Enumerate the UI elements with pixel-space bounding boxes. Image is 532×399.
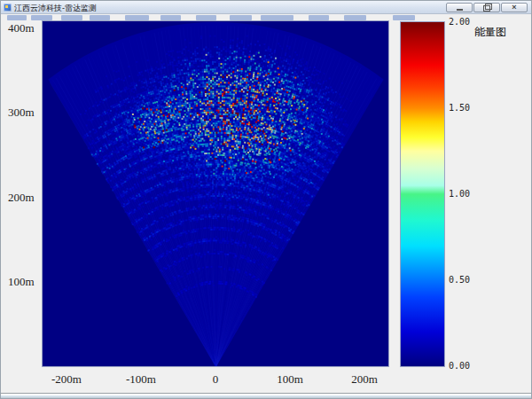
colorbar-title: 能量图 <box>474 25 506 40</box>
close-icon: × <box>512 4 516 12</box>
colorbar-tick-label: 0.00 <box>449 361 488 371</box>
colorbar-tick-label: 2.00 <box>449 17 488 27</box>
title-bar[interactable]: 江西云沛科技-雷达监测 × <box>1 1 531 14</box>
y-axis-tick-label: 300m <box>8 106 40 120</box>
colorbar-tick-label: 1.00 <box>449 189 488 199</box>
radar-energy-heatmap <box>43 21 388 366</box>
restore-button[interactable] <box>473 3 500 12</box>
radar-plot <box>42 20 389 367</box>
y-axis-tick-label: 400m <box>8 21 40 35</box>
minimize-icon <box>457 9 463 11</box>
app-window: 江西云沛科技-雷达监测 × 能量图 400m300m200m100m-200m-… <box>0 0 532 399</box>
x-axis-tick-label: 100m <box>263 372 317 387</box>
y-axis-tick-label: 100m <box>8 275 40 289</box>
app-icon <box>4 4 12 12</box>
colorbar <box>400 21 445 367</box>
minimize-button[interactable] <box>446 3 473 12</box>
x-axis-tick-label: -200m <box>40 372 93 387</box>
colorbar-tick-label: 1.50 <box>449 103 488 113</box>
window-controls: × <box>446 3 528 12</box>
x-axis-tick-label: -100m <box>114 372 168 387</box>
close-button[interactable]: × <box>501 3 528 12</box>
window-title: 江西云沛科技-雷达监测 <box>14 3 97 14</box>
window-bottom-edge <box>1 393 531 398</box>
y-axis-tick-label: 200m <box>8 191 40 205</box>
x-axis-tick-label: 0 <box>189 372 242 387</box>
x-axis-tick-label: 200m <box>338 372 391 387</box>
restore-icon <box>483 5 490 12</box>
menu-item[interactable] <box>393 15 415 20</box>
colorbar-tick-label: 0.50 <box>449 275 488 285</box>
menu-item[interactable] <box>7 15 27 20</box>
